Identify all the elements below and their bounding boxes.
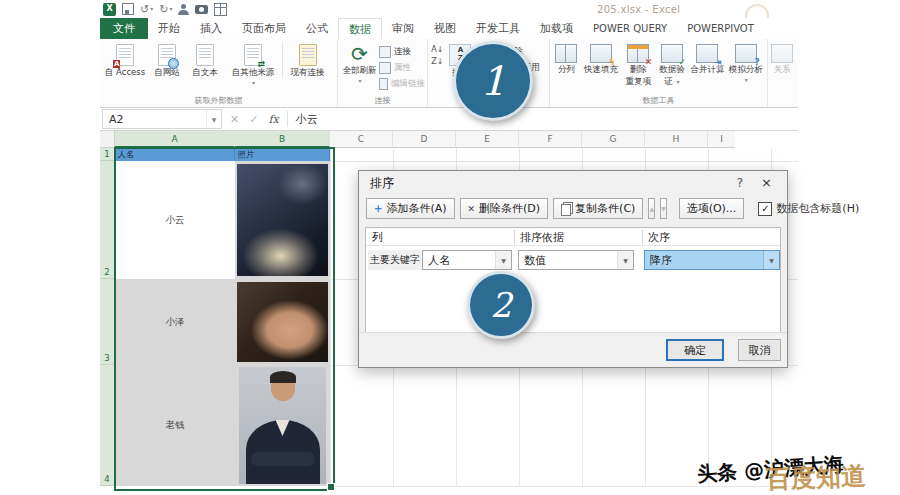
cell-a1[interactable]: 人名 <box>115 148 235 161</box>
from-other-sources-button[interactable]: ⇄ 自其他来源 ▾ <box>224 42 282 87</box>
column-header-i[interactable]: I <box>708 131 735 148</box>
tab-add-ins[interactable]: 加载项 <box>530 18 583 39</box>
user-icon[interactable] <box>178 4 189 15</box>
existing-connections-button[interactable]: 现有连接 <box>282 42 332 78</box>
confirm-entry-icon[interactable]: ✓ <box>249 113 258 126</box>
tab-formulas[interactable]: 公式 <box>296 18 338 39</box>
tab-review[interactable]: 审阅 <box>382 18 424 39</box>
order-label: 次序 <box>648 230 670 245</box>
sort-dialog-titlebar[interactable]: 排序 ? × <box>359 171 787 195</box>
sort-on-dropdown[interactable]: 数值 ▼ <box>518 250 634 270</box>
sort-descending-icon[interactable]: Z↓ <box>431 58 443 66</box>
cell-a3[interactable]: 小泽 <box>115 279 235 365</box>
cell-a2-active[interactable]: 小云 <box>115 161 235 279</box>
fill-handle[interactable] <box>327 483 335 491</box>
undo-icon[interactable]: ↺▾ <box>140 4 153 15</box>
cell-b3[interactable] <box>235 279 330 365</box>
column-dropdown[interactable]: 人名 ▼ <box>422 250 512 270</box>
flash-fill-button[interactable]: ϟ 快速填充 <box>581 42 621 75</box>
connections-button[interactable]: 连接 <box>379 46 425 58</box>
tab-power-query[interactable]: POWER QUERY <box>583 18 677 39</box>
sort-dialog-toolbar: + 添加条件(A) ✕ 删除条件(D) 复制条件(C) ▲ ▼ 选项(O)...… <box>359 195 787 224</box>
cancel-entry-icon[interactable]: ✕ <box>230 113 239 126</box>
copy-condition-button[interactable]: 复制条件(C) <box>553 198 643 219</box>
row-header-3[interactable]: 3 <box>100 279 115 365</box>
properties-button[interactable]: 属性 <box>379 62 425 74</box>
column-header-c[interactable]: C <box>330 131 393 148</box>
quick-access-toolbar: X ↺▾ ↻▾ <box>103 2 227 16</box>
column-headers: A B C D E F G H I <box>100 131 735 148</box>
column-header-g[interactable]: G <box>582 131 645 148</box>
move-down-button[interactable]: ▼ <box>660 198 667 219</box>
data-validation-button[interactable]: ✓ 数据验 证 ▾ <box>656 42 689 87</box>
help-icon[interactable]: ? <box>737 176 743 190</box>
table-icon[interactable] <box>214 3 227 16</box>
cell-b1[interactable]: 照片 <box>235 148 330 161</box>
name-box-dropdown-icon[interactable]: ▼ <box>206 110 221 128</box>
close-icon[interactable]: × <box>761 175 772 190</box>
formula-content[interactable]: 小云 <box>288 112 318 127</box>
tab-developer[interactable]: 开发工具 <box>466 18 530 39</box>
text-file-icon <box>196 44 214 66</box>
move-up-button[interactable]: ▲ <box>648 198 655 219</box>
group-data-tools: 分列 ϟ 快速填充 ✕ 删除 重复项 ✓ 数据验 证 ▾ ⇥ 合并计算 ? <box>550 39 768 107</box>
header-checkbox[interactable]: ✓ 数据包含标题(H) <box>758 201 859 216</box>
column-header-e[interactable]: E <box>456 131 519 148</box>
select-all-corner[interactable] <box>100 131 115 148</box>
relationships-button[interactable]: 关系 <box>770 42 794 75</box>
column-header-b[interactable]: B <box>235 131 330 148</box>
tab-page-layout[interactable]: 页面布局 <box>232 18 296 39</box>
web-file-icon <box>158 44 176 66</box>
tab-file[interactable]: 文件 <box>100 18 148 39</box>
sort-ascending-icon[interactable]: A↓ <box>431 46 443 54</box>
group-connections: ⟳ 全部刷新 ▾ 连接 属性 编辑链接 连接 <box>338 39 428 107</box>
options-button[interactable]: 选项(O)... <box>679 198 745 219</box>
delete-condition-button[interactable]: ✕ 删除条件(D) <box>460 198 549 219</box>
cell-b4[interactable] <box>235 365 330 486</box>
column-header-h[interactable]: H <box>645 131 708 148</box>
column-header-f[interactable]: F <box>519 131 582 148</box>
tab-view[interactable]: 视图 <box>424 18 466 39</box>
refresh-icon: ⟳ <box>351 44 368 64</box>
cell-b2[interactable] <box>235 161 330 279</box>
ok-button[interactable]: 确定 <box>666 339 724 361</box>
from-access-button[interactable]: A 自 Access <box>102 42 148 78</box>
column-header-a[interactable]: A <box>115 131 235 148</box>
redo-icon[interactable]: ↻▾ <box>159 4 172 15</box>
row-header-4[interactable]: 4 <box>100 365 115 486</box>
tab-home[interactable]: 开始 <box>148 18 190 39</box>
row-header-2[interactable]: 2 <box>100 161 115 279</box>
tab-insert[interactable]: 插入 <box>190 18 232 39</box>
formula-bar: A2 ▼ ✕ ✓ fx 小云 <box>100 108 798 131</box>
add-level-icon: + <box>374 203 382 214</box>
text-to-columns-button[interactable]: 分列 <box>552 42 581 75</box>
column-header-d[interactable]: D <box>393 131 456 148</box>
cell-a4[interactable]: 老钱 <box>115 365 235 486</box>
tab-powerpivot[interactable]: POWERPIVOT <box>677 18 764 39</box>
sort-on-label: 排序依据 <box>520 230 564 245</box>
what-if-analysis-button[interactable]: ? 模拟分析 ▾ <box>727 42 765 84</box>
sort-columns-header: 列 排序依据 次序 <box>366 228 780 246</box>
insert-function-icon[interactable]: fx <box>268 113 278 126</box>
from-text-button[interactable]: 自文本 <box>186 42 224 78</box>
from-web-button[interactable]: 自网站 <box>148 42 186 78</box>
excel-logo-icon: X <box>103 3 116 16</box>
step-2-callout: 2 <box>467 271 535 339</box>
refresh-all-button[interactable]: ⟳ 全部刷新 ▾ <box>340 42 379 85</box>
add-condition-button[interactable]: + 添加条件(A) <box>366 198 455 219</box>
remove-duplicates-button[interactable]: ✕ 删除 重复项 <box>621 42 656 87</box>
order-dropdown[interactable]: 降序 ▼ <box>644 250 780 270</box>
row-header-1[interactable]: 1 <box>100 148 115 161</box>
other-sources-icon: ⇄ <box>244 44 262 66</box>
name-box[interactable]: A2 ▼ <box>102 109 222 129</box>
camera-icon[interactable] <box>195 5 208 14</box>
text-to-columns-icon <box>555 44 577 63</box>
edit-links-button[interactable]: 编辑链接 <box>379 78 425 90</box>
cancel-button[interactable]: 取消 <box>738 339 781 361</box>
photo-woman-reading <box>237 164 328 276</box>
chevron-down-icon: ▼ <box>617 251 633 269</box>
tab-data[interactable]: 数据 <box>338 18 382 40</box>
chevron-down-icon: ▼ <box>763 251 779 269</box>
save-icon[interactable] <box>122 3 134 15</box>
consolidate-button[interactable]: ⇥ 合并计算 <box>688 42 726 75</box>
